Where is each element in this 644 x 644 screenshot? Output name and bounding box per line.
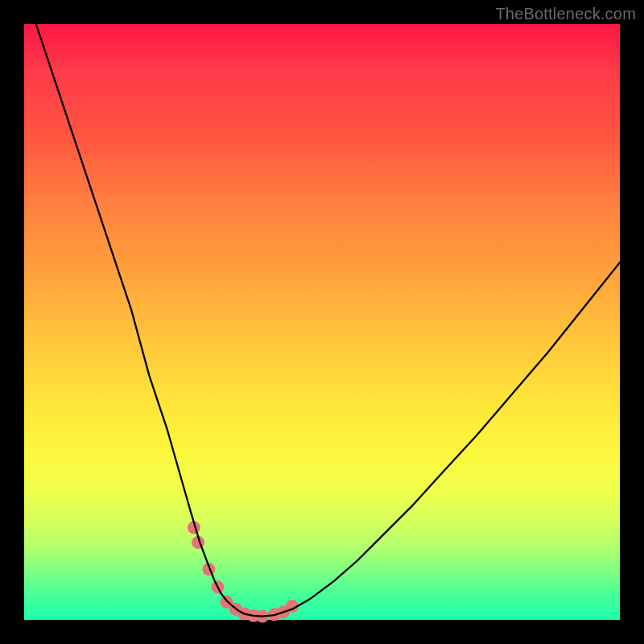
marker-group (188, 521, 299, 622)
chart-container: TheBottleneck.com (0, 0, 644, 644)
chart-svg (24, 24, 620, 620)
bottleneck-curve (36, 24, 620, 617)
plot-area (24, 24, 620, 620)
watermark-text: TheBottleneck.com (495, 5, 636, 23)
